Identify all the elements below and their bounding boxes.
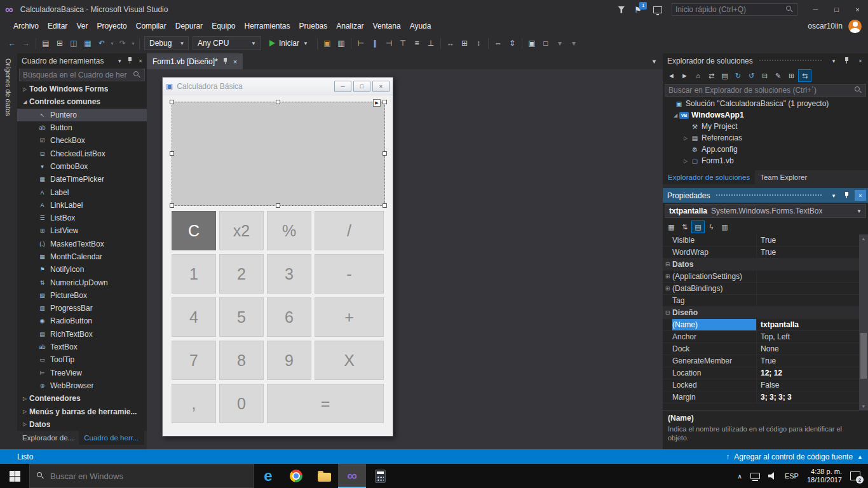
action-center-icon[interactable]: 2 — [850, 471, 860, 480]
selection-handle[interactable] — [383, 100, 387, 104]
drag-handle[interactable] — [759, 59, 822, 62]
find-in-files-icon[interactable]: ▥ — [334, 36, 348, 50]
start-debugging-button[interactable]: Iniciar ▼ — [264, 36, 313, 50]
refresh-icon[interactable]: ↺ — [745, 69, 758, 82]
smart-tag-icon[interactable]: ▶ — [373, 99, 381, 107]
minimize-button[interactable]: ─ — [805, 0, 826, 19]
property-value[interactable]: False — [757, 379, 859, 391]
scrollbar-thumb[interactable] — [860, 333, 867, 379]
toolbox-entry[interactable]: ▨ PictureBox — [17, 289, 147, 302]
property-value[interactable]: txtpantalla — [757, 319, 859, 330]
taskbar-search[interactable] — [29, 464, 254, 488]
expand-box-icon[interactable] — [663, 355, 672, 367]
show-all-files-icon[interactable]: ⊞ — [785, 69, 798, 82]
toolbox-entry[interactable]: ▦ DateTimePicker — [17, 173, 147, 186]
menu-item[interactable]: Pruebas — [295, 20, 332, 32]
user-avatar[interactable] — [848, 20, 862, 33]
file-explorer-taskbar-button[interactable] — [310, 464, 338, 488]
expand-box-icon[interactable]: ⊟ — [663, 259, 672, 270]
property-row[interactable]: Location 12; 12 — [663, 367, 859, 379]
display-textbox-selected[interactable]: ▶ — [172, 102, 385, 206]
toolbox-entry[interactable]: ▦ MonthCalendar — [17, 250, 147, 263]
calculator-button[interactable]: / — [315, 211, 384, 250]
toolbox-entry[interactable]: ⊢ TreeView — [17, 367, 147, 379]
solution-tree-item[interactable]: ▷ ▤ Referencias — [663, 132, 868, 144]
solution-platform-dropdown[interactable]: Any CPU▼ — [193, 36, 261, 50]
redo-dropdown-icon[interactable]: ▾ — [130, 36, 137, 50]
scroll-down-icon[interactable]: ▼ — [859, 402, 868, 410]
toolbox-entry[interactable]: ▷ Menús y barras de herramie... — [17, 405, 147, 417]
selection-handle[interactable] — [170, 203, 174, 208]
undo-icon[interactable]: ↶ — [95, 36, 109, 50]
menu-item[interactable]: Ver — [72, 20, 92, 32]
property-row[interactable]: ⊟ Diseño — [663, 307, 859, 319]
pin-button[interactable] — [841, 190, 853, 201]
taskbar-clock[interactable]: 4:38 p. m. 18/10/2017 — [807, 468, 842, 484]
menu-item[interactable]: Herramientas — [240, 20, 295, 32]
toolbox-entry[interactable]: A Label — [17, 186, 147, 198]
solution-tree-item[interactable]: ⚙ App.config — [663, 144, 868, 155]
expand-box-icon[interactable] — [663, 247, 672, 258]
property-value[interactable] — [757, 295, 859, 306]
property-row[interactable]: (Name) txtpantalla — [663, 319, 859, 331]
expand-box-icon[interactable] — [663, 234, 672, 246]
selection-handle[interactable] — [383, 151, 387, 156]
send-to-back-icon[interactable]: □ — [539, 36, 553, 50]
menu-item[interactable]: Editar — [43, 20, 72, 32]
document-tab-form1[interactable]: Form1.vb [Diseño]* × — [147, 53, 243, 69]
bring-to-front-icon[interactable]: ▣ — [525, 36, 539, 50]
toolbox-entry[interactable]: ◉ RadioButton — [17, 315, 147, 327]
solution-tree-item[interactable]: ⚒ My Project — [663, 121, 868, 132]
signed-in-user[interactable]: oscar10iin — [808, 22, 843, 30]
calculator-button[interactable]: 6 — [267, 297, 311, 337]
property-row[interactable]: Anchor Top, Left — [663, 331, 859, 343]
make-same-size-icon[interactable]: ⊞ — [458, 36, 471, 50]
tool-window-tab[interactable]: Explorador de soluciones — [663, 170, 755, 184]
tool-window-tab[interactable]: Explorador de... — [17, 431, 79, 445]
property-value[interactable] — [698, 307, 859, 318]
menu-item[interactable]: Proyecto — [92, 20, 131, 32]
align-tops-icon[interactable]: ⊤ — [396, 36, 410, 50]
property-row[interactable]: Tag — [663, 295, 859, 307]
expand-box-icon[interactable] — [663, 367, 672, 379]
expand-box-icon[interactable] — [663, 379, 672, 391]
show-hidden-icons-icon[interactable]: ∧ — [738, 473, 742, 480]
expander-icon[interactable]: ▷ — [682, 158, 689, 164]
chrome-taskbar-button[interactable] — [282, 464, 310, 488]
calculator-button[interactable]: - — [315, 254, 384, 294]
property-value[interactable]: True — [757, 355, 859, 367]
align-lefts-icon[interactable]: ⊢ — [354, 36, 368, 50]
add-new-item-icon[interactable]: ⊞ — [53, 36, 67, 50]
toolbar-options-icon[interactable]: ▾ — [553, 36, 567, 50]
notifications-flag-icon[interactable]: ⚑ 1 — [634, 5, 642, 15]
align-centers-icon[interactable]: ∥ — [368, 36, 382, 50]
language-indicator[interactable]: ESP — [785, 472, 799, 480]
expand-box-icon[interactable] — [663, 343, 672, 355]
new-project-icon[interactable]: ▤ — [39, 36, 53, 50]
toolbox-entry[interactable]: ⊕ WebBrowser — [17, 379, 147, 392]
make-same-width-icon[interactable]: ↔ — [444, 36, 458, 50]
categorized-icon[interactable]: ▦ — [665, 220, 678, 233]
pin-icon[interactable] — [222, 57, 229, 65]
calculator-button[interactable]: , — [172, 384, 216, 423]
calculator-button[interactable]: 5 — [219, 297, 264, 337]
toolbox-entry[interactable]: ◢ Controles comunes — [17, 95, 147, 108]
property-value[interactable]: True — [757, 234, 859, 246]
property-row[interactable]: Locked False — [663, 379, 859, 391]
property-row[interactable]: GenerateMember True — [663, 355, 859, 367]
expand-box-icon[interactable]: ⊞ — [663, 271, 672, 282]
expander-icon[interactable]: ◢ — [672, 112, 679, 118]
close-panel-icon[interactable]: × — [855, 190, 866, 201]
expand-box-icon[interactable] — [663, 319, 672, 330]
visual-studio-taskbar-button[interactable]: ∞ — [338, 464, 366, 488]
selection-handle[interactable] — [170, 100, 174, 104]
calculator-taskbar-button[interactable] — [366, 464, 394, 488]
property-value[interactable]: True — [757, 247, 859, 258]
alphabetical-icon[interactable]: ⇅ — [678, 220, 691, 233]
selection-handle[interactable] — [276, 100, 280, 104]
toolbox-entry[interactable]: ⇅ NumericUpDown — [17, 276, 147, 288]
menu-item[interactable]: Analizar — [332, 20, 368, 32]
nav-forward-icon[interactable]: ► — [678, 69, 691, 82]
tool-window-tab[interactable]: Team Explorer — [755, 170, 812, 184]
calculator-button[interactable]: 3 — [267, 254, 311, 294]
